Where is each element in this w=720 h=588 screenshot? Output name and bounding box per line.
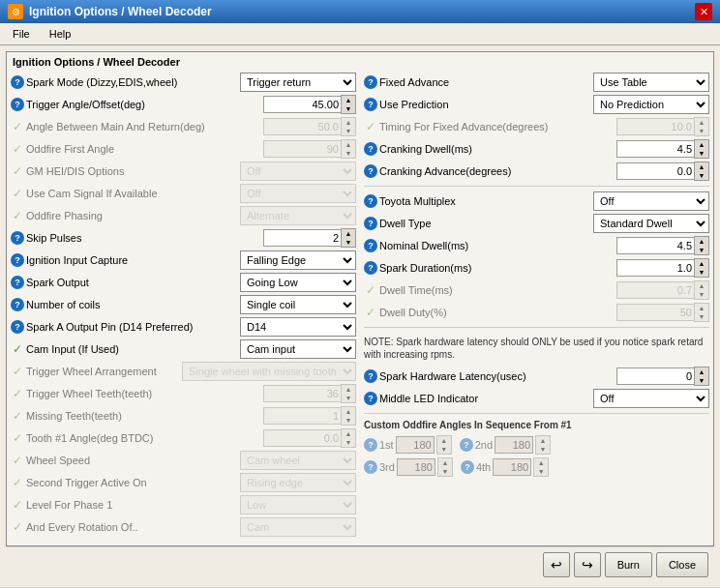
ignition-capture-row: ? Ignition Input Capture Falling Edge bbox=[11, 250, 356, 271]
nominal-dwell-input[interactable] bbox=[616, 237, 694, 254]
spark-hardware-down[interactable]: ▼ bbox=[695, 376, 708, 385]
dwell-duty-row: ✓ Dwell Duty(%) ▲▼ bbox=[364, 302, 709, 323]
close-window-button[interactable]: ✕ bbox=[695, 3, 712, 20]
oddfire-1st-down: ▼ bbox=[437, 445, 451, 454]
oddfire-first-input bbox=[263, 140, 341, 158]
dwell-type-info-icon[interactable]: ? bbox=[364, 217, 377, 230]
cranking-dwell-down[interactable]: ▼ bbox=[695, 149, 708, 158]
oddfire-2nd-up: ▲ bbox=[536, 436, 550, 445]
trigger-wheel-icon: ✓ bbox=[11, 365, 24, 378]
dwell-duty-up: ▲ bbox=[695, 304, 708, 312]
menu-help[interactable]: Help bbox=[41, 25, 80, 43]
trigger-angle-input[interactable] bbox=[263, 96, 341, 113]
spark-hardware-input[interactable] bbox=[616, 368, 694, 385]
cranking-dwell-up[interactable]: ▲ bbox=[695, 140, 708, 149]
num-coils-select[interactable]: Single coil bbox=[240, 295, 356, 314]
level-phase1-label: Level For Phase 1 bbox=[26, 499, 238, 511]
missing-teeth-row: ✓ Missing Teeth(teeth) ▲▼ bbox=[11, 405, 356, 426]
trigger-angle-down[interactable]: ▼ bbox=[342, 104, 355, 113]
tooth-angle-row: ✓ Tooth #1 Angle(deg BTDC) ▲▼ bbox=[11, 427, 356, 449]
spark-mode-info-icon[interactable]: ? bbox=[11, 75, 24, 89]
dwell-duty-input bbox=[616, 304, 694, 321]
title-bar: ⚙ Ignition Options / Wheel Decoder ✕ bbox=[0, 0, 720, 23]
trigger-angle-row: ? Trigger Angle/Offset(deg) ▲ ▼ bbox=[11, 94, 356, 115]
use-prediction-info-icon[interactable]: ? bbox=[364, 98, 377, 111]
redo-button[interactable]: ↪ bbox=[574, 552, 601, 577]
middle-led-label: Middle LED Indicator bbox=[379, 393, 591, 404]
spark-a-pin-info-icon[interactable]: ? bbox=[11, 320, 24, 334]
missing-teeth-input bbox=[263, 407, 341, 425]
skip-pulses-up[interactable]: ▲ bbox=[342, 229, 355, 238]
wheel-teeth-input bbox=[263, 385, 341, 402]
oddfire-phasing-icon: ✓ bbox=[11, 209, 24, 222]
dwell-type-select[interactable]: Standard Dwell bbox=[593, 214, 709, 233]
skip-pulses-info-icon[interactable]: ? bbox=[11, 231, 24, 245]
oddfire-1st-label: 1st bbox=[379, 439, 394, 451]
cranking-advance-row: ? Cranking Advance(degrees) ▲▼ bbox=[364, 161, 709, 182]
middle-led-select[interactable]: Off bbox=[593, 389, 709, 408]
menu-file[interactable]: File bbox=[4, 25, 39, 43]
timing-fixed-label: Timing For Fixed Advance(degrees) bbox=[379, 121, 615, 132]
spark-hardware-info-icon[interactable]: ? bbox=[364, 369, 377, 383]
spark-a-pin-label: Spark A Output Pin (D14 Preferred) bbox=[26, 321, 238, 333]
num-coils-info-icon[interactable]: ? bbox=[11, 298, 24, 311]
cranking-advance-info-icon[interactable]: ? bbox=[364, 164, 377, 178]
trigger-angle-info-icon[interactable]: ? bbox=[11, 98, 24, 111]
cranking-advance-label: Cranking Advance(degrees) bbox=[379, 165, 615, 177]
wheel-teeth-label: Trigger Wheel Teeth(teeth) bbox=[26, 388, 261, 399]
fixed-advance-row: ? Fixed Advance Use Table bbox=[364, 72, 709, 93]
ignition-capture-info-icon[interactable]: ? bbox=[11, 253, 24, 267]
level-phase1-icon: ✓ bbox=[11, 498, 24, 512]
angle-between-icon: ✓ bbox=[11, 120, 24, 133]
spark-duration-input[interactable] bbox=[616, 259, 694, 277]
cranking-dwell-input[interactable] bbox=[616, 140, 694, 158]
level-phase1-select: Low bbox=[240, 495, 356, 514]
toyota-info-icon[interactable]: ? bbox=[364, 194, 377, 208]
num-coils-row: ? Number of coils Single coil bbox=[11, 294, 356, 315]
cranking-advance-up[interactable]: ▲ bbox=[695, 162, 708, 171]
undo-button[interactable]: ↩ bbox=[543, 552, 570, 577]
bottom-bar: ↩ ↪ Burn Close bbox=[6, 546, 714, 581]
fixed-advance-info-icon[interactable]: ? bbox=[364, 75, 377, 89]
cranking-dwell-row: ? Cranking Dwell(ms) ▲▼ bbox=[364, 138, 709, 160]
oddfire-2nd-icon: ? bbox=[460, 438, 473, 452]
cranking-dwell-info-icon[interactable]: ? bbox=[364, 142, 377, 156]
skip-pulses-down[interactable]: ▼ bbox=[342, 238, 355, 247]
spark-a-pin-select[interactable]: D14 bbox=[240, 317, 356, 337]
spark-output-select[interactable]: Going Low bbox=[240, 273, 356, 292]
nominal-dwell-label: Nominal Dwell(ms) bbox=[379, 240, 615, 251]
spark-duration-label: Spark Duration(ms) bbox=[379, 262, 615, 274]
menu-bar: File Help bbox=[0, 23, 720, 45]
spark-duration-info-icon[interactable]: ? bbox=[364, 261, 377, 275]
ignition-capture-select[interactable]: Falling Edge bbox=[240, 250, 356, 270]
skip-pulses-input[interactable] bbox=[263, 229, 341, 247]
skip-pulses-label: Skip Pulses bbox=[26, 232, 261, 244]
oddfire-4th-label: 4th bbox=[476, 461, 491, 473]
spark-output-info-icon[interactable]: ? bbox=[11, 276, 24, 289]
burn-button[interactable]: Burn bbox=[605, 552, 652, 577]
nominal-dwell-info-icon[interactable]: ? bbox=[364, 239, 377, 252]
spark-duration-row: ? Spark Duration(ms) ▲▼ bbox=[364, 257, 709, 279]
oddfire-2nd-down: ▼ bbox=[536, 445, 550, 454]
spark-hardware-up[interactable]: ▲ bbox=[695, 368, 708, 376]
cam-input-select[interactable]: Cam input bbox=[240, 339, 356, 359]
use-prediction-select[interactable]: No Prediction bbox=[593, 95, 709, 114]
nominal-dwell-down[interactable]: ▼ bbox=[695, 246, 708, 254]
spark-mode-select[interactable]: Trigger return bbox=[240, 73, 356, 92]
middle-led-info-icon[interactable]: ? bbox=[364, 392, 377, 405]
spark-duration-down[interactable]: ▼ bbox=[695, 268, 708, 277]
close-button[interactable]: Close bbox=[656, 552, 708, 577]
toyota-select[interactable]: Off bbox=[593, 191, 709, 211]
oddfire-4th-icon: ? bbox=[461, 460, 474, 474]
spark-duration-up[interactable]: ▲ bbox=[695, 259, 708, 268]
fixed-advance-select[interactable]: Use Table bbox=[593, 73, 709, 92]
skip-pulses-row: ? Skip Pulses ▲▼ bbox=[11, 227, 356, 249]
trigger-angle-up[interactable]: ▲ bbox=[342, 96, 355, 104]
oddfire-first-label: Oddfire First Angle bbox=[26, 143, 261, 155]
cranking-advance-input[interactable] bbox=[616, 162, 694, 180]
wheel-teeth-up: ▲ bbox=[342, 385, 355, 394]
cranking-advance-down[interactable]: ▼ bbox=[695, 171, 708, 180]
note-text: NOTE: Spark hardware latency should ONLY… bbox=[364, 334, 709, 363]
use-prediction-label: Use Prediction bbox=[379, 99, 591, 110]
nominal-dwell-up[interactable]: ▲ bbox=[695, 237, 708, 246]
